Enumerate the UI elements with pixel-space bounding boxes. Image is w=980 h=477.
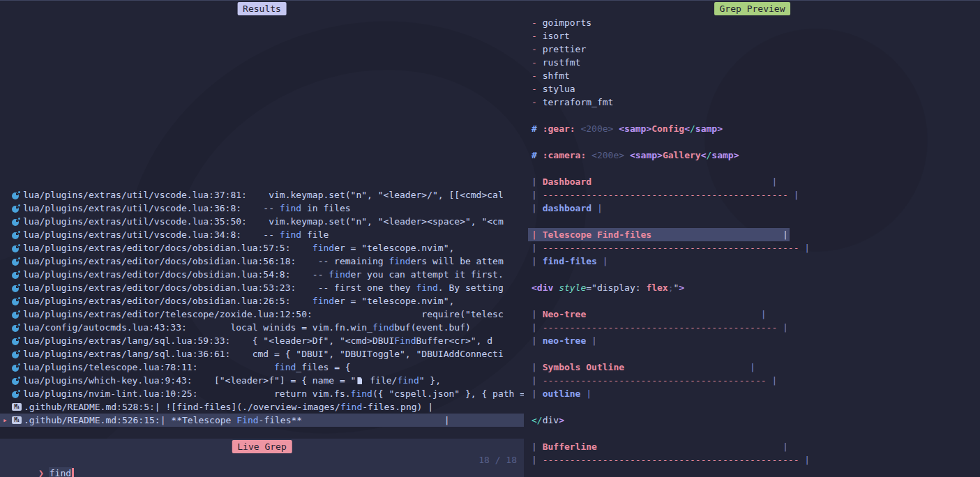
preview-line xyxy=(525,347,980,361)
result-row[interactable]: lua/plugins/which-key.lua:9:43: ["<leade… xyxy=(0,374,524,387)
markdown-icon: M↓ xyxy=(12,403,22,411)
preview-line xyxy=(525,400,980,414)
preview-line: | Neo-tree | xyxy=(525,308,980,321)
result-row[interactable]: lua/plugins/extras/lang/sql.lua:36:61: c… xyxy=(0,347,524,361)
lua-icon xyxy=(12,377,20,385)
result-row[interactable]: lua/plugins/extras/editor/docs/obsidian.… xyxy=(0,255,524,268)
preview-line: - stylua xyxy=(525,82,980,96)
grep-preview-title: Grep Preview xyxy=(714,2,791,15)
lua-icon xyxy=(12,297,20,305)
results-window: Results lua/plugins/extras/util/vscode.l… xyxy=(0,1,524,431)
preview-line: | Symbols Outline | xyxy=(525,361,980,374)
lua-icon xyxy=(12,284,20,292)
preview-line xyxy=(525,162,980,175)
result-row[interactable]: lua/plugins/extras/editor/docs/obsidian.… xyxy=(0,241,524,255)
preview-line xyxy=(525,215,980,228)
result-row-text: lua/plugins/extras/lang/sql.lua:36:61: c… xyxy=(23,347,504,361)
result-row[interactable]: lua/plugins/extras/util/vscode.lua:36:8:… xyxy=(0,202,524,215)
preview-line: | --------------------------------------… xyxy=(525,188,980,202)
preview-line: | neo-tree | xyxy=(525,334,980,347)
preview-line xyxy=(525,467,980,477)
lua-icon xyxy=(12,271,20,279)
search-input[interactable]: ❯find 18 / 18 xyxy=(6,453,518,467)
result-row[interactable]: lua/plugins/extras/util/vscode.lua:35:50… xyxy=(0,215,524,228)
preview-line: | Bufferline | xyxy=(525,440,980,453)
preview-highlighted-line: | Telescope Find-files | xyxy=(528,228,790,241)
lua-icon xyxy=(12,390,20,398)
result-row-text: lua/plugins/extras/util/vscode.lua:34:8:… xyxy=(23,228,329,241)
result-row-text: lua/plugins/nvim-lint.lua:10:25: return … xyxy=(23,387,524,400)
result-counter: 18 / 18 xyxy=(478,453,517,467)
preview-line xyxy=(525,294,980,308)
preview-line xyxy=(525,427,980,440)
selection-caret-icon: ▸ xyxy=(3,414,8,427)
result-row[interactable]: lua/plugins/extras/editor/docs/obsidian.… xyxy=(0,294,524,308)
lua-icon xyxy=(12,257,20,266)
preview-line: # :gear: <200e> <samp>Config</samp> xyxy=(525,122,980,135)
prompt-window: Live Grep ❯find 18 / 18 xyxy=(0,439,524,477)
preview-line: </div> xyxy=(525,414,980,427)
result-row[interactable]: lua/config/autocmds.lua:43:33: local win… xyxy=(0,321,524,334)
result-row-text: lua/plugins/which-key.lua:9:43: ["<leade… xyxy=(23,374,441,387)
result-row[interactable]: ▸M↓.github/README.md:526:15:| **Telescop… xyxy=(0,414,524,427)
results-title: Results xyxy=(237,2,287,15)
result-row-text: lua/plugins/extras/lang/sql.lua:59:33: {… xyxy=(23,334,492,347)
telescope-live-grep-app: Results lua/plugins/extras/util/vscode.l… xyxy=(0,0,980,477)
preview-line: | outline | xyxy=(525,387,980,400)
preview-line: <div style="display: flex;"> xyxy=(525,281,980,294)
lua-icon xyxy=(12,337,20,345)
markdown-icon: M↓ xyxy=(12,416,22,424)
result-row[interactable]: M↓.github/README.md:528:5:| ![find-files… xyxy=(0,400,524,414)
preview-line: | --------------------------------------… xyxy=(525,321,980,334)
result-row[interactable]: lua/plugins/extras/editor/telescope/zoxi… xyxy=(0,308,524,321)
preview-line: - prettier xyxy=(525,43,980,56)
preview-line: # :camera: <200e> <samp>Gallery</samp> xyxy=(525,149,980,162)
preview-line: | find-files | xyxy=(525,255,980,268)
result-row[interactable]: lua/plugins/extras/lang/sql.lua:59:33: {… xyxy=(0,334,524,347)
lua-icon xyxy=(12,350,20,358)
preview-line xyxy=(525,268,980,281)
preview-line: | Dashboard | xyxy=(525,175,980,188)
result-row[interactable]: lua/plugins/nvim-lint.lua:10:25: return … xyxy=(0,387,524,400)
result-row[interactable]: lua/plugins/extras/util/vscode.lua:37:81… xyxy=(0,188,524,202)
preview-line: - isort xyxy=(525,29,980,43)
result-row-text: lua/plugins/extras/editor/docs/obsidian.… xyxy=(23,268,504,281)
results-list: lua/plugins/extras/util/vscode.lua:37:81… xyxy=(0,188,524,427)
lua-icon xyxy=(12,204,20,213)
result-row-text: lua/plugins/extras/util/vscode.lua:37:81… xyxy=(23,188,504,202)
preview-content: - goimports- isort- prettier- rustfmt- s… xyxy=(525,16,980,477)
result-row-text: lua/plugins/extras/editor/docs/obsidian.… xyxy=(23,255,504,268)
text-cursor xyxy=(72,468,74,477)
result-row-text: lua/plugins/extras/util/vscode.lua:36:8:… xyxy=(23,202,351,215)
result-row-text: lua/plugins/extras/editor/docs/obsidian.… xyxy=(23,241,454,255)
result-row-text: lua/plugins/extras/editor/telescope/zoxi… xyxy=(23,308,504,321)
preview-line: - rustfmt xyxy=(525,56,980,69)
grep-preview-window: Grep Preview - goimports- isort- prettie… xyxy=(525,1,980,477)
result-row[interactable]: lua/plugins/extras/editor/docs/obsidian.… xyxy=(0,268,524,281)
lua-icon xyxy=(12,191,20,199)
preview-line: | --------------------------------------… xyxy=(525,241,980,255)
result-row-text: .github/README.md:528:5:| ![find-files](… xyxy=(24,400,433,414)
prompt-chevron-icon: ❯ xyxy=(38,468,44,477)
lua-icon xyxy=(12,244,20,252)
result-row-text: lua/plugins/extras/util/vscode.lua:35:50… xyxy=(23,215,504,228)
search-query-text: find xyxy=(49,467,72,477)
file-icon xyxy=(357,377,362,384)
live-grep-title: Live Grep xyxy=(232,440,292,453)
lua-icon xyxy=(12,363,20,372)
result-row-text: lua/plugins/extras/editor/docs/obsidian.… xyxy=(23,281,504,294)
result-row-text: lua/plugins/telescope.lua:78:11: find_fi… xyxy=(23,361,351,374)
preview-line: - shfmt xyxy=(525,69,980,82)
preview-line: - goimports xyxy=(525,16,980,29)
result-row[interactable]: lua/plugins/extras/util/vscode.lua:34:8:… xyxy=(0,228,524,241)
lua-icon xyxy=(12,231,20,239)
lua-icon xyxy=(12,310,20,319)
preview-line: | dashboard | xyxy=(525,202,980,215)
lua-icon xyxy=(12,218,20,226)
result-row[interactable]: lua/plugins/extras/editor/docs/obsidian.… xyxy=(0,281,524,294)
preview-line: | Telescope Find-files | xyxy=(525,228,980,241)
result-row[interactable]: lua/plugins/telescope.lua:78:11: find_fi… xyxy=(0,361,524,374)
preview-line xyxy=(525,135,980,149)
result-row-text: .github/README.md:526:15:| **Telescope F… xyxy=(24,414,450,427)
result-row-text: lua/config/autocmds.lua:43:33: local win… xyxy=(23,321,471,334)
